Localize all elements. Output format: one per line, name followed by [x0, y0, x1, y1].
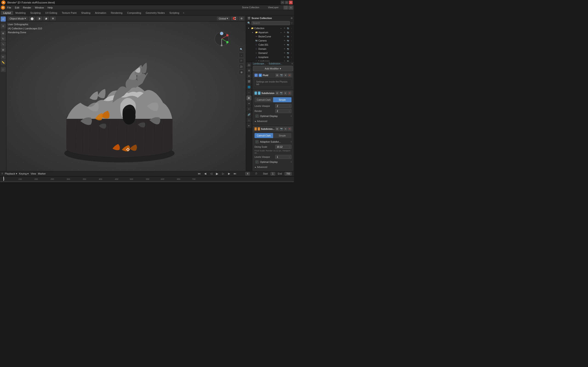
- sub2-render-btn[interactable]: 📷: [279, 127, 283, 131]
- current-frame-indicator[interactable]: 4: [245, 172, 250, 175]
- tab-animation[interactable]: Animation: [93, 11, 109, 15]
- viewport-canvas[interactable]: User Orthographic (4) Collection | Lands…: [6, 22, 246, 171]
- info-btn[interactable]: ℹ: [288, 6, 293, 10]
- props-tab-world[interactable]: 🌐: [246, 84, 251, 90]
- dicing-scale-value[interactable]: 10.12 ↕: [275, 145, 292, 149]
- fluid-delete-btn[interactable]: ✕: [288, 73, 292, 77]
- sub1-render-btn[interactable]: 📷: [279, 91, 283, 95]
- bezier-cam[interactable]: 📷: [286, 35, 290, 38]
- props-tab-modifiers[interactable]: ⚙: [246, 95, 251, 100]
- proportional-edit[interactable]: ⊚: [239, 17, 244, 20]
- advanced-toggle-1[interactable]: ▸ Advanced: [254, 119, 292, 123]
- sub2-realtime-btn[interactable]: ⊞: [275, 127, 279, 131]
- props-tab-scene[interactable]: 🎬: [246, 79, 251, 84]
- next-frame-btn[interactable]: ▶: [227, 172, 231, 176]
- aquarium-eye[interactable]: 👁: [283, 31, 286, 34]
- menu-window[interactable]: Window: [33, 6, 45, 9]
- sub1-realtime-btn[interactable]: ⊞: [275, 91, 279, 95]
- props-tab-physics[interactable]: ⚛: [246, 106, 251, 111]
- restrict-render-icon[interactable]: 📷: [286, 27, 290, 30]
- rotate-tool[interactable]: ↻: [1, 36, 6, 41]
- cube001-sel[interactable]: ↕: [290, 43, 293, 46]
- props-tab-render[interactable]: 🎥: [246, 62, 251, 67]
- add-cube-tool[interactable]: □: [1, 67, 6, 72]
- view-menu[interactable]: View: [31, 172, 36, 175]
- viewport-overlay[interactable]: ⊕: [50, 17, 56, 20]
- camera-eye[interactable]: 👁: [283, 39, 286, 42]
- camera-sel[interactable]: ↕: [290, 39, 293, 42]
- modifier-header-subdivision1[interactable]: ✓ ◇ Subdivision ⊞ 📷 ▾ ✕: [253, 90, 293, 96]
- outliner-item-landscape[interactable]: □ Landscape 👁 📷 ↕: [246, 59, 294, 61]
- viewport-shading-solid[interactable]: ⬤: [29, 17, 35, 21]
- landscape-sel[interactable]: ↕: [290, 60, 293, 61]
- aquarium-cam[interactable]: 📷: [286, 31, 290, 34]
- next-keyframe-btn[interactable]: ▷: [221, 172, 225, 176]
- levels-viewport-value-1[interactable]: 2 ↕: [275, 104, 292, 108]
- fluid-realtime-btn[interactable]: ⊞: [275, 73, 279, 77]
- landscape-eye[interactable]: 👁: [283, 60, 286, 61]
- outliner-item-collection[interactable]: ▾ 📁 Collection ▸ 👁 📷 ↕: [246, 26, 294, 30]
- maximize-button[interactable]: □: [285, 1, 288, 4]
- sub1-delete-btn[interactable]: ✕: [288, 91, 292, 95]
- simple-tab-2[interactable]: Simple: [273, 133, 292, 138]
- prev-keyframe-btn[interactable]: ◁: [209, 172, 213, 176]
- snap-toggle[interactable]: 🧲: [231, 17, 238, 20]
- fullscreen-btn[interactable]: ⛶: [284, 6, 288, 10]
- timeline-scrollbar[interactable]: [0, 181, 294, 183]
- outliner-item-domain2[interactable]: □ Domain2 👁 📷 ↕: [246, 51, 294, 55]
- tab-compositing[interactable]: Compositing: [125, 11, 143, 15]
- domain2-cam[interactable]: 📷: [286, 51, 290, 55]
- props-tab-output[interactable]: 🖥: [246, 68, 251, 73]
- sub2-delete-btn[interactable]: ✕: [288, 127, 292, 131]
- domain2-eye[interactable]: 👁: [283, 51, 286, 55]
- prev-frame-btn[interactable]: ◀: [203, 172, 207, 176]
- domain-eye[interactable]: 👁: [283, 47, 286, 50]
- timeline-scrollbar-thumb[interactable]: [0, 181, 294, 182]
- tab-modeling[interactable]: Modeling: [13, 11, 28, 15]
- advanced-toggle-2[interactable]: ▸ Advanced: [254, 165, 292, 169]
- tab-texture-paint[interactable]: Texture Paint: [60, 11, 79, 15]
- props-tab-material[interactable]: ●: [246, 123, 251, 128]
- outliner-search-input[interactable]: [251, 21, 290, 25]
- zoom-in-btn[interactable]: 🔍: [239, 47, 244, 52]
- jump-start-btn[interactable]: ⏮: [197, 172, 201, 176]
- sub2-settings-btn[interactable]: ▾: [284, 127, 287, 131]
- timeline-ruler[interactable]: 4 150 200 250 300 350 400 450 500 550 60…: [0, 176, 294, 181]
- props-tab-object-data[interactable]: △: [246, 117, 251, 123]
- jump-end-btn[interactable]: ⏭: [233, 172, 237, 176]
- tab-geometry-nodes[interactable]: Geometry Nodes: [143, 11, 167, 15]
- viewport-shading-rendered[interactable]: ◕: [43, 17, 49, 20]
- aquarium-sel[interactable]: ↕: [290, 31, 293, 34]
- grid-overlay-btn[interactable]: ⊞: [239, 70, 244, 75]
- adaptive-subdiv-checkbox[interactable]: [255, 140, 259, 143]
- outliner-filter-icon[interactable]: ⚙: [291, 17, 293, 19]
- keying-menu[interactable]: Keying ▾: [19, 172, 29, 175]
- annotate-tool[interactable]: ✏: [1, 54, 6, 59]
- menu-file[interactable]: File: [6, 6, 13, 9]
- simple-tab-1[interactable]: Simple: [273, 97, 292, 102]
- start-frame-indicator[interactable]: 1: [271, 172, 275, 175]
- icosphere-eye[interactable]: 👁: [283, 56, 286, 59]
- tab-shading[interactable]: Shading: [79, 11, 93, 15]
- transform-global[interactable]: Global ▾: [217, 17, 230, 20]
- cube001-eye[interactable]: 👁: [283, 43, 286, 46]
- restrict-view-icon[interactable]: 👁: [283, 27, 286, 30]
- domain-sel[interactable]: ↕: [290, 47, 293, 50]
- props-tab-view-layer[interactable]: ⊞: [246, 73, 251, 78]
- outliner-item-domain[interactable]: □ Domain 👁 📷 ↕: [246, 47, 294, 51]
- play-btn[interactable]: ▶: [215, 172, 219, 176]
- props-tab-particles[interactable]: ✦: [246, 101, 251, 106]
- filter-icon[interactable]: ▸: [279, 27, 283, 30]
- tab-layout[interactable]: Layout: [1, 11, 13, 15]
- sub2-enabled-icon[interactable]: ✓: [254, 127, 257, 131]
- camera-view-btn[interactable]: 🎥: [239, 64, 244, 69]
- camera-cam[interactable]: 📷: [286, 39, 290, 42]
- cube001-cam[interactable]: 📷: [286, 43, 290, 46]
- optimal-display-checkbox-2[interactable]: [255, 160, 259, 164]
- cursor-tool[interactable]: ✛: [1, 24, 6, 29]
- props-tab-constraints[interactable]: 🔗: [246, 112, 251, 117]
- select-box-tool[interactable]: ⊹: [1, 17, 6, 22]
- restrict-select-icon[interactable]: ↕: [290, 27, 293, 30]
- outliner-item-camera[interactable]: 📷 Camera 👁 📷 ↕: [246, 39, 294, 43]
- outliner-filter-btn[interactable]: ▽: [291, 22, 293, 24]
